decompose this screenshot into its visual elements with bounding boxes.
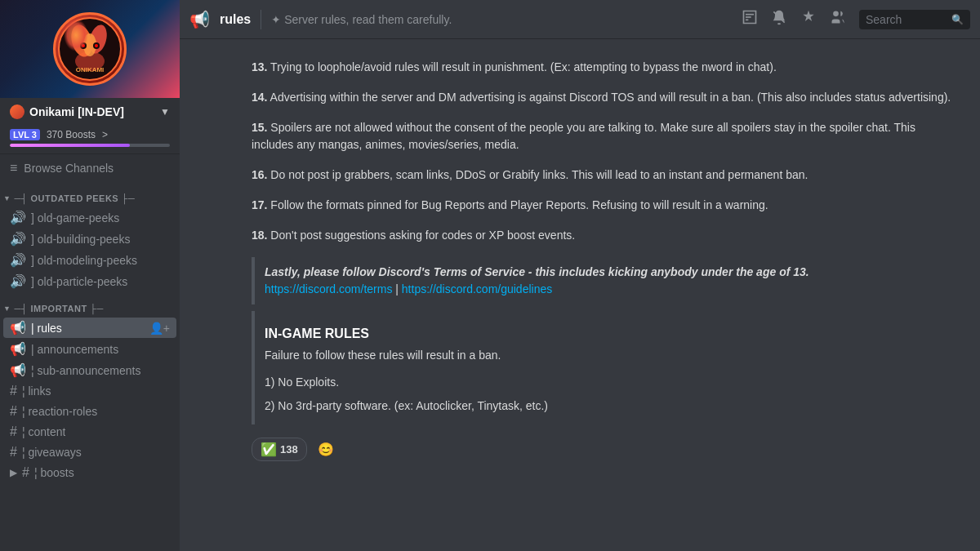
bell-icon[interactable]: [771, 9, 787, 29]
category-outdated-peeks[interactable]: ▼ ─┤ OUTDATED PEEKS ├─: [0, 182, 180, 207]
category-arrow-icon: ▼: [3, 304, 11, 313]
server-header: ONIKAMI Onikami [IN-DEV] ▼ LVL 3 370 Boo…: [0, 0, 180, 154]
channel-name: ] old-modeling-peeks: [31, 254, 137, 267]
checkmark-reaction[interactable]: ✅ 138: [252, 438, 307, 461]
footer-disclaimer: Lastly, please follow Discord's Terms of…: [252, 257, 954, 304]
sidebar: ONIKAMI Onikami [IN-DEV] ▼ LVL 3 370 Boo…: [0, 0, 180, 551]
announcement-icon: 📢: [10, 341, 26, 357]
topbar-channel-name: rules: [220, 12, 251, 27]
message-area[interactable]: 13. Trying to loophole/avoid rules will …: [180, 39, 980, 551]
server-logo: ONIKAMI: [53, 12, 127, 86]
channel-announcements[interactable]: 📢 | announcements: [3, 339, 176, 359]
channel-name: ¦ sub-announcements: [31, 364, 140, 377]
thread-icon[interactable]: [742, 9, 758, 29]
guidelines-link[interactable]: https://discord.com/guidelines: [402, 282, 552, 295]
channel-name: ] old-game-peeks: [31, 211, 119, 224]
boost-level: LVL 3 370 Boosts >: [10, 129, 170, 140]
boost-row: LVL 3 370 Boosts >: [0, 126, 180, 153]
footer-bold-text: Lastly, please follow Discord's Terms of…: [265, 265, 809, 278]
category-label: ─┤ OUTDATED PEEKS ├─: [14, 193, 135, 203]
checkmark-emoji: ✅: [261, 442, 277, 457]
search-icon: 🔍: [951, 14, 964, 25]
channel-name: ¦ giveaways: [22, 446, 82, 459]
category-label: ─┤ IMPORTANT ├─: [14, 304, 103, 313]
ingame-rule-2: 2) No 3rd-party software. (ex: Autoclick…: [265, 394, 954, 418]
channel-name: ¦ boosts: [34, 466, 74, 479]
reaction-count: 138: [280, 443, 298, 455]
voice-icon: 🔊: [10, 210, 26, 225]
channel-links[interactable]: # ¦ links: [3, 381, 176, 401]
category-important[interactable]: ▼ ─┤ IMPORTANT ├─: [0, 292, 180, 317]
topbar-description: ✦ Server rules, read them carefully.: [271, 13, 732, 26]
channel-old-building-peeks[interactable]: 🔊 ] old-building-peeks: [3, 229, 176, 249]
hash-icon: #: [10, 384, 17, 398]
topbar-divider: [261, 10, 261, 29]
svg-point-7: [82, 44, 85, 47]
reactions-row: ✅ 138 😊: [252, 431, 954, 464]
rule-14: 14. Advertising within the server and DM…: [252, 82, 954, 113]
channel-old-modeling-peeks[interactable]: 🔊 ] old-modeling-peeks: [3, 250, 176, 270]
channel-list: ▼ ─┤ OUTDATED PEEKS ├─ 🔊 ] old-game-peek…: [0, 182, 180, 551]
rule-17: 17. Follow the formats pinned for Bug Re…: [252, 190, 954, 220]
main-content: 📢 rules ✦ Server rules, read them carefu…: [180, 0, 980, 551]
hash-icon: #: [10, 424, 17, 439]
pin-icon[interactable]: [800, 9, 817, 29]
channel-sub-announcements[interactable]: 📢 ¦ sub-announcements: [3, 360, 176, 380]
chevron-down-icon: ▼: [160, 106, 170, 118]
rule-13: 13. Trying to loophole/avoid rules will …: [252, 52, 954, 82]
rules-content: 13. Trying to loophole/avoid rules will …: [238, 52, 967, 464]
browse-channels-icon: ≡: [10, 161, 17, 176]
members-icon[interactable]: [830, 9, 846, 29]
ingame-subtitle: Failure to follow these rules will resul…: [265, 347, 954, 364]
announcement-icon: 📢: [10, 320, 26, 335]
channel-old-game-peeks[interactable]: 🔊 ] old-game-peeks: [3, 207, 176, 228]
server-banner: ONIKAMI: [0, 0, 180, 98]
channel-boosts[interactable]: ▶ # ¦ boosts: [3, 463, 176, 482]
search-label: Search: [866, 13, 902, 26]
boost-progress-bar: [10, 144, 170, 147]
channel-giveaways[interactable]: # ¦ giveaways: [3, 442, 176, 462]
boost-count: 370 Boosts: [47, 129, 96, 140]
rule-15: 15. Spoilers are not allowed without the…: [252, 113, 954, 160]
footer-separator: |: [395, 282, 402, 295]
search-box[interactable]: Search 🔍: [859, 10, 970, 29]
hash-icon: #: [10, 445, 17, 460]
channel-old-particle-peeks[interactable]: 🔊 ] old-particle-peeks: [3, 271, 176, 291]
topbar-channel-icon: 📢: [189, 10, 210, 29]
topbar-actions: Search 🔍: [742, 9, 970, 29]
server-icon: [10, 104, 24, 119]
ingame-title: IN-GAME RULES: [265, 324, 954, 344]
rule-16: 16. Do not post ip grabbers, scam links,…: [252, 160, 954, 190]
voice-icon: 🔊: [10, 273, 26, 289]
browse-channels-button[interactable]: ≡ Browse Channels: [0, 154, 180, 182]
voice-icon: 🔊: [10, 231, 26, 247]
channel-name: ¦ content: [22, 425, 65, 438]
boost-arrow-icon[interactable]: >: [102, 129, 108, 140]
channel-reaction-roles[interactable]: # ¦ reaction-roles: [3, 402, 176, 421]
ingame-rule-1: 1) No Exploits.: [265, 371, 954, 394]
category-arrow-icon: ▼: [3, 194, 11, 202]
svg-point-5: [80, 42, 87, 49]
channel-name: ] old-particle-peeks: [31, 275, 127, 288]
hash-icon: #: [10, 404, 17, 419]
channel-name: ] old-building-peeks: [31, 233, 130, 246]
add-reaction-button[interactable]: 😊: [314, 439, 338, 460]
terms-link[interactable]: https://discord.com/terms: [265, 282, 392, 295]
server-title-row[interactable]: Onikami [IN-DEV] ▼: [0, 98, 180, 126]
svg-point-14: [833, 11, 839, 17]
level-badge: LVL 3: [10, 129, 40, 140]
channel-content[interactable]: # ¦ content: [3, 422, 176, 442]
announcement-icon: 📢: [10, 362, 26, 378]
boost-progress-fill: [10, 144, 130, 147]
server-name: Onikami [IN-DEV]: [10, 104, 124, 119]
rule-18: 18. Don't post suggestions asking for co…: [252, 220, 954, 251]
topbar: 📢 rules ✦ Server rules, read them carefu…: [180, 0, 980, 39]
browse-channels-label: Browse Channels: [24, 162, 114, 175]
channel-name: ¦ reaction-roles: [22, 405, 97, 418]
add-user-icon[interactable]: 👤+: [149, 322, 170, 335]
channel-name: ¦ links: [22, 384, 51, 398]
channel-name: | announcements: [31, 343, 118, 356]
channel-name: | rules: [31, 322, 62, 335]
hash-icon: #: [22, 465, 29, 480]
channel-rules[interactable]: 📢 | rules 👤+: [3, 318, 176, 338]
